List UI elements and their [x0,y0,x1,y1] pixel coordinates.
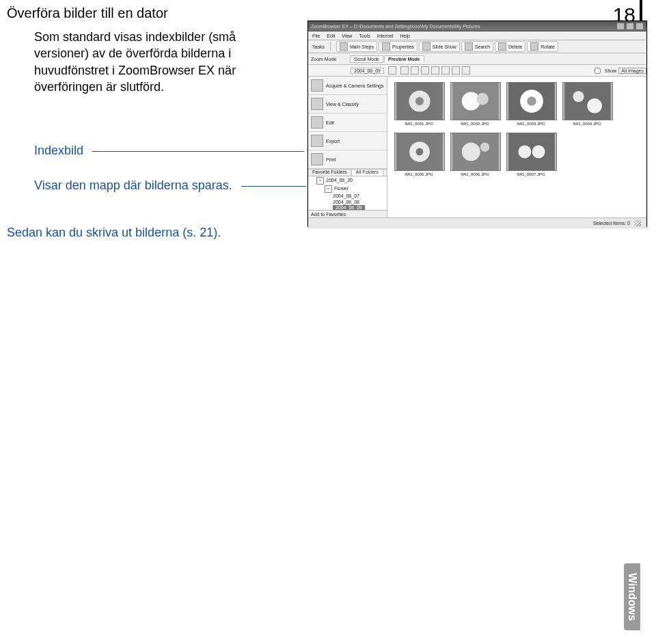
thumbnail[interactable]: IMG_0004.JPG [562,82,612,126]
menu-tools[interactable]: Tools [359,33,370,38]
task-panel: Acquire & Camera Settings View & Classif… [308,77,387,217]
menu-file[interactable]: File [312,33,320,38]
thumbnail[interactable]: IMG_0001.JPG [394,82,443,126]
menu-view[interactable]: View [342,33,352,38]
maximize-icon[interactable] [626,23,634,30]
status-text: Selected Items: 0 [593,221,630,226]
thumbnail[interactable]: IMG_0003.JPG [506,82,556,126]
thumbnail-caption: IMG_0004.JPG [562,122,612,126]
thumbnail[interactable]: IMG_0002.JPG [450,82,500,126]
chevron-up-icon[interactable] [388,66,396,75]
tree-collapse-icon[interactable]: − [325,185,332,193]
close-icon[interactable] [636,23,644,30]
folder-tabs: Favorite Folders All Folders [308,169,387,176]
add-to-favorites-button[interactable]: Add to Favorites [308,211,387,217]
callout-folder: Visar den mapp där bilderna sparas. [34,178,301,193]
zoom-out-icon[interactable] [411,66,419,75]
sub-toolbar: 2004_08_09 Show All Images [308,65,646,77]
svg-point-17 [480,143,490,152]
tab-all-folders[interactable]: All Folders [352,170,383,176]
zoom-in-icon[interactable] [400,66,409,75]
print-icon [311,153,323,165]
edit-icon [311,116,323,129]
svg-rect-18 [508,133,555,170]
thumbnail-size-icon[interactable] [421,66,429,75]
callout-label: Indexbild [34,144,83,157]
thumbnail-caption: IMG_0007.JPG [506,172,556,176]
document-icon [340,42,348,51]
thumbnail-caption: IMG_0002.JPG [450,122,500,126]
task-print[interactable]: Print [308,150,387,169]
svg-point-10 [573,91,584,102]
body-paragraph: Som standard visas indexbilder (små vers… [34,29,294,95]
tree-collapse-icon[interactable]: − [316,177,324,185]
slideshow-icon [422,42,430,51]
properties-icon [382,42,390,51]
callout-label: Visar den mapp där bilderna sparas. [34,178,232,192]
selection-icon[interactable] [452,66,460,75]
callout-leader-line [92,151,304,152]
thumbnail-caption: IMG_0003.JPG [506,122,556,126]
window-title: ZoomBrowser EX – D:\Documents and Settin… [311,24,480,29]
menu-help[interactable]: Help [400,33,409,38]
task-view-classify[interactable]: View & Classify [308,95,387,113]
minimize-icon[interactable] [616,23,625,30]
toolbar-label-tasks: Tasks [312,44,325,49]
resize-grip-icon[interactable] [634,219,641,226]
delete-icon [498,42,506,51]
svg-point-20 [532,146,545,159]
os-tab-windows: Windows [624,563,640,630]
callout-leader-line [241,186,306,187]
rotate-icon [530,42,538,51]
tb-main-steps-button[interactable]: Main Steps [336,41,377,52]
svg-point-16 [462,143,480,161]
tb-properties-button[interactable]: Properties [379,41,418,52]
menubar: File Edit View Tools Internet Help [308,31,646,40]
svg-rect-9 [564,83,611,120]
breadcrumb[interactable]: 2004_08_09 [351,68,384,74]
sub-toolbar-icons [400,66,470,75]
svg-point-14 [416,148,424,156]
tab-favorite-folders[interactable]: Favorite Folders [308,170,352,176]
show-checkbox[interactable] [594,68,601,74]
main-content: Acquire & Camera Settings View & Classif… [308,77,646,217]
filter-icon[interactable] [441,66,450,75]
svg-point-5 [476,93,489,105]
camera-icon [311,79,323,92]
task-acquire[interactable]: Acquire & Camera Settings [308,77,387,95]
export-icon [311,135,323,147]
tree-item[interactable]: 2004_08_07 [333,193,387,199]
zoombrowser-window: ZoomBrowser EX – D:\Documents and Settin… [308,21,647,227]
svg-point-2 [415,97,424,105]
menu-edit[interactable]: Edit [327,33,335,38]
menu-internet[interactable]: Internet [377,33,394,38]
tb-delete-button[interactable]: Delete [495,41,525,52]
tree-item-selected[interactable]: 2004_08_09 [333,205,365,210]
thumbnail[interactable]: IMG_0006.JPG [450,133,500,176]
mode-label: Zoom Mode [308,57,350,62]
tb-search-button[interactable]: Search [461,41,493,52]
svg-point-8 [527,96,536,106]
tb-slideshow-button[interactable]: Slide Show [419,41,460,52]
window-titlebar[interactable]: ZoomBrowser EX – D:\Documents and Settin… [308,21,646,31]
task-edit[interactable]: Edit [308,113,387,132]
mode-bar: Zoom Mode Scroll Mode Preview Mode [308,53,646,65]
info-icon[interactable] [462,66,470,75]
status-bar: Selected Items: 0 [308,217,646,228]
tb-rotate-button[interactable]: Rotate [527,41,558,52]
print-link[interactable]: Sedan kan du skriva ut bilderna (s. 21). [7,226,221,240]
tree-item[interactable]: 2004_08_08 [333,199,387,205]
tab-preview-mode[interactable]: Preview Mode [384,55,424,63]
thumbnail-grid: IMG_0001.JPG IMG_0002.JPG IMG_0003.JPG I… [387,77,646,217]
show-dropdown[interactable]: All Images [618,68,646,74]
thumbnail-caption: IMG_0005.JPG [394,172,443,176]
folder-tree[interactable]: −2004_08_20 −Flower 2004_08_07 2004_08_0… [308,176,387,211]
thumbnail[interactable]: IMG_0007.JPG [506,133,556,176]
search-icon [465,42,473,51]
callout-indexbild: Indexbild [34,144,301,158]
sort-icon[interactable] [431,66,439,75]
tab-scroll-mode[interactable]: Scroll Mode [350,55,383,63]
toolbar-divider [330,42,331,51]
task-export[interactable]: Export [308,132,387,150]
thumbnail[interactable]: IMG_0005.JPG [394,133,443,176]
